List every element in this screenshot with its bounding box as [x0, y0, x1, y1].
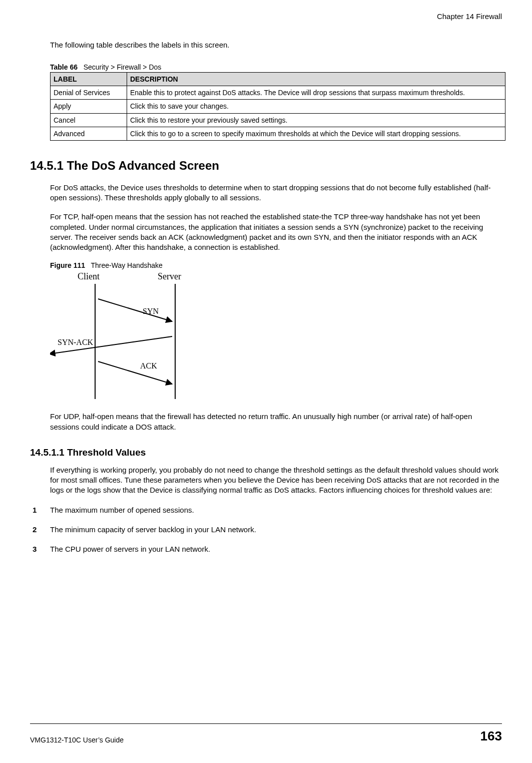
body-paragraph: For TCP, half-open means that the sessio… — [50, 212, 502, 252]
svg-line-4 — [98, 361, 172, 384]
table-row: Apply Click this to save your changes. — [51, 100, 505, 113]
section-heading: 14.5.1 The DoS Advanced Screen — [30, 159, 502, 173]
handshake-diagram-icon — [50, 271, 215, 402]
page-number: 163 — [480, 728, 502, 744]
threshold-factor-list: The maximum number of opened sessions. T… — [33, 506, 502, 553]
figure-label-client: Client — [78, 271, 100, 282]
cell-description: Click this to restore your previously sa… — [127, 113, 505, 127]
th-label: LABEL — [51, 73, 127, 86]
table-row: Cancel Click this to restore your previo… — [51, 113, 505, 127]
figure-label-server: Server — [158, 271, 181, 282]
footer-guide-name: VMG1312-T10C User’s Guide — [30, 736, 124, 744]
table-caption-prefix: Table 66 — [50, 63, 78, 71]
footer-rule — [30, 723, 502, 724]
cell-label: Cancel — [51, 113, 127, 127]
table-caption: Table 66 Security > Firewall > Dos — [50, 63, 502, 71]
figure-label-synack: SYN-ACK — [58, 338, 93, 347]
cell-description: Click this to go to a screen to specify … — [127, 127, 505, 140]
table-caption-text: Security > Firewall > Dos — [84, 63, 162, 71]
intro-text: The following table describes the labels… — [50, 41, 502, 49]
figure-caption: Figure 111 Three-Way Handshake — [50, 261, 502, 269]
handshake-figure: Client Server SYN SYN-ACK ACK — [50, 271, 215, 402]
svg-line-2 — [98, 299, 172, 321]
chapter-header: Chapter 14 Firewall — [30, 12, 502, 21]
subsection-heading: 14.5.1.1 Threshold Values — [30, 447, 502, 458]
figure-caption-text: Three-Way Handshake — [91, 261, 162, 269]
cell-label: Advanced — [51, 127, 127, 140]
figure-caption-prefix: Figure 111 — [50, 261, 85, 269]
figure-label-syn: SYN — [143, 307, 159, 316]
description-table: LABEL DESCRIPTION Denial of Services Ena… — [50, 72, 505, 141]
cell-description: Click this to save your changes. — [127, 100, 505, 113]
list-item: The CPU power of servers in your LAN net… — [33, 545, 502, 553]
body-paragraph: If everything is working properly, you p… — [50, 465, 502, 496]
figure-label-ack: ACK — [140, 361, 157, 370]
body-paragraph: For DoS attacks, the Device uses thresho… — [50, 183, 502, 203]
th-description: DESCRIPTION — [127, 73, 505, 86]
cell-label: Denial of Services — [51, 86, 127, 100]
body-paragraph: For UDP, half-open means that the firewa… — [50, 412, 502, 432]
list-item: The maximum number of opened sessions. — [33, 506, 502, 514]
table-row: Advanced Click this to go to a screen to… — [51, 127, 505, 140]
cell-description: Enable this to protect against DoS attac… — [127, 86, 505, 100]
list-item: The minimum capacity of server backlog i… — [33, 525, 502, 534]
table-row: Denial of Services Enable this to protec… — [51, 86, 505, 100]
cell-label: Apply — [51, 100, 127, 113]
